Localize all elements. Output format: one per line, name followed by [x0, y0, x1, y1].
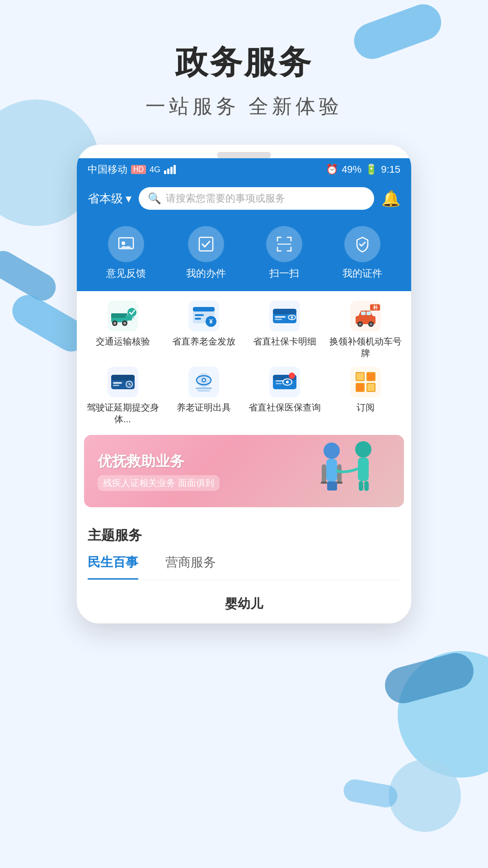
svg-point-70: [324, 443, 340, 459]
quick-action-feedback[interactable]: 意见反馈: [106, 226, 146, 280]
carrier-label: 中国移动: [88, 163, 127, 176]
quick-actions: 意见反馈 我的办件 扫一扫: [77, 219, 411, 291]
svg-point-11: [123, 322, 126, 325]
svg-rect-73: [337, 464, 342, 482]
phone-mockup: 中国移动 HD 4G ⏰ 49% 🔋 9:15 省本级 ▾ 🔍 请搜索您需要的事…: [77, 145, 411, 623]
tab-business-label: 营商服务: [165, 555, 216, 569]
svg-point-9: [113, 322, 116, 325]
svg-rect-15: [193, 307, 215, 311]
battery-icon: 🔋: [365, 164, 377, 175]
svg-text:¥: ¥: [209, 318, 213, 325]
svg-rect-22: [273, 309, 296, 314]
svg-point-57: [286, 381, 289, 383]
active-section-label: 婴幼儿: [88, 595, 400, 613]
search-placeholder: 请搜索您需要的事项或服务: [166, 192, 285, 205]
location-label: 省本级: [88, 191, 123, 207]
service-plate[interactable]: 补 换领补领机动车号牌: [327, 300, 404, 359]
status-bar: 中国移动 HD 4G ⏰ 49% 🔋 9:15: [77, 158, 411, 181]
banner-title: 优抚救助业务: [98, 452, 220, 472]
service-license[interactable]: 驾驶证延期提交身体...: [84, 366, 161, 425]
svg-rect-61: [350, 367, 381, 397]
svg-point-60: [289, 373, 295, 379]
location-selector[interactable]: 省本级 ▾: [88, 191, 131, 207]
bottom-content: 婴幼儿: [77, 585, 411, 623]
quick-action-scan[interactable]: 扫一扫: [266, 226, 302, 280]
quick-action-mycert[interactable]: 我的证件: [343, 226, 382, 280]
pension-cert-icon: [188, 366, 220, 398]
social-card-icon: [269, 300, 300, 332]
svg-rect-2: [199, 237, 213, 251]
transport-label: 交通运输核验: [96, 335, 150, 347]
battery-label: 49%: [342, 164, 361, 175]
tab-livelihood-label: 民生百事: [88, 555, 138, 569]
svg-point-12: [127, 308, 136, 317]
scan-label: 扫一扫: [269, 267, 299, 280]
svg-rect-52: [197, 390, 210, 392]
theme-section: 主题服务 民生百事 营商服务: [77, 517, 411, 585]
svg-rect-76: [327, 481, 337, 491]
promotion-banner[interactable]: 优抚救助业务 残疾人证相关业务 面面俱到: [84, 435, 404, 507]
service-pension-payment[interactable]: ¥ 省直养老金发放: [165, 300, 242, 359]
service-transport[interactable]: 交通运输核验: [84, 300, 161, 359]
dropdown-arrow-icon: ▾: [126, 192, 131, 206]
banner-section: 优抚救助业务 残疾人证相关业务 面面俱到: [77, 429, 411, 514]
transport-icon: [107, 300, 139, 332]
theme-title: 主题服务: [88, 526, 400, 545]
services-section: 交通运输核验 ¥ 省直养老金发放: [77, 291, 411, 429]
license-label: 驾驶证延期提交身体...: [84, 401, 161, 425]
svg-rect-71: [326, 459, 337, 481]
service-subscribe[interactable]: 订阅: [327, 366, 404, 425]
svg-rect-58: [276, 380, 284, 382]
quick-action-mywork[interactable]: 我的办件: [186, 226, 226, 280]
svg-point-26: [291, 316, 293, 319]
svg-rect-69: [367, 384, 375, 391]
svg-rect-80: [364, 481, 369, 491]
main-title: 政务服务: [0, 41, 488, 84]
mywork-label: 我的办件: [186, 267, 226, 280]
status-left: 中国移动 HD 4G: [88, 163, 176, 176]
service-pension-cert[interactable]: 养老证明出具: [165, 366, 242, 425]
svg-rect-74: [321, 481, 327, 484]
service-medical[interactable]: 省直社保医保查询: [246, 366, 323, 425]
tab-livelihood[interactable]: 民生百事: [88, 554, 138, 580]
mycert-icon: [344, 226, 380, 262]
feedback-icon: [108, 226, 144, 262]
services-grid: 交通运输核验 ¥ 省直养老金发放: [84, 300, 404, 425]
status-right: ⏰ 49% 🔋 9:15: [326, 164, 400, 175]
svg-rect-17: [195, 318, 201, 320]
phone-notch: [217, 152, 271, 158]
svg-rect-29: [361, 311, 366, 315]
time-label: 9:15: [381, 164, 400, 175]
search-box[interactable]: 🔍 请搜索您需要的事项或服务: [139, 187, 374, 210]
header-area: 政务服务 一站服务 全新体验: [0, 0, 488, 120]
svg-point-32: [359, 323, 361, 326]
license-icon: [107, 366, 139, 398]
svg-rect-72: [322, 464, 326, 482]
notification-bell-icon[interactable]: 🔔: [381, 189, 400, 208]
medical-label: 省直社保医保查询: [249, 401, 321, 413]
plate-label: 换领补领机动车号牌: [327, 335, 404, 359]
svg-rect-67: [367, 373, 375, 380]
svg-point-77: [355, 441, 371, 458]
tab-business[interactable]: 营商服务: [165, 554, 216, 580]
theme-tabs: 民生百事 营商服务: [88, 554, 400, 580]
svg-rect-24: [275, 319, 282, 320]
signal-bars: [164, 165, 176, 174]
svg-rect-75: [336, 481, 343, 484]
svg-rect-68: [357, 384, 364, 391]
banner-illustration: [300, 439, 390, 503]
svg-point-50: [202, 379, 205, 382]
bg-decoration-7: [389, 760, 461, 832]
search-area: 省本级 ▾ 🔍 请搜索您需要的事项或服务 🔔: [77, 181, 411, 219]
clock-icon: ⏰: [326, 164, 338, 175]
feedback-label: 意见反馈: [106, 267, 146, 280]
service-social-card[interactable]: 省直社保卡明细: [246, 300, 323, 359]
sub-title: 一站服务 全新体验: [0, 93, 488, 120]
svg-rect-23: [275, 316, 286, 318]
svg-point-34: [370, 323, 372, 326]
network-label: HD: [131, 165, 146, 174]
subscribe-icon: [350, 366, 381, 398]
signal-bar-2: [167, 169, 169, 174]
pension-payment-label: 省直养老金发放: [172, 335, 235, 347]
scan-icon: [266, 226, 302, 262]
